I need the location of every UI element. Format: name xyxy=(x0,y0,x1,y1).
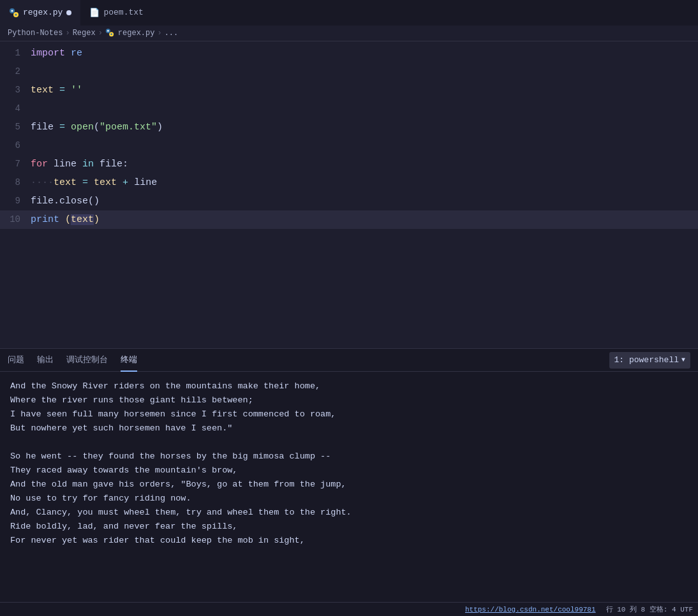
line-content-3: text = '' xyxy=(31,82,698,99)
terminal-tab-problems[interactable]: 问题 xyxy=(8,349,24,372)
tab-poem-txt[interactable]: 📄 poem.txt xyxy=(80,0,152,26)
terminal-panel: 问题 输出 调试控制台 终端 1: powershell ▼ And the S… xyxy=(0,348,698,616)
chevron-down-icon: ▼ xyxy=(681,356,685,363)
breadcrumb-item-1[interactable]: Python-Notes xyxy=(8,29,63,38)
terminal-tab-output[interactable]: 输出 xyxy=(37,349,54,372)
terminal-line-1: And the Snowy River riders on the mounta… xyxy=(10,379,688,393)
terminal-tab-problems-label: 问题 xyxy=(8,354,24,365)
breadcrumb-item-2[interactable]: Regex xyxy=(73,29,96,38)
line-number-1: 1 xyxy=(0,44,31,62)
code-line-8: 8 ····text = text + line xyxy=(0,173,698,192)
line-number-3: 3 xyxy=(0,81,31,99)
code-line-10: 10 print (text) xyxy=(0,210,698,229)
line-number-7: 7 xyxy=(0,155,31,173)
terminal-position: 行 10 列 8 空格: 4 UTF xyxy=(606,605,693,614)
code-line-6: 6 xyxy=(0,136,698,155)
line-number-4: 4 xyxy=(0,99,31,117)
code-line-1: 1 import re xyxy=(0,44,698,62)
terminal-line-5 xyxy=(10,436,688,450)
terminal-line-3: I have seen full many horsemen since I f… xyxy=(10,407,688,422)
svg-point-7 xyxy=(110,33,112,35)
terminal-status-bar: https://blog.csdn.net/cool99781 行 10 列 8… xyxy=(0,602,698,616)
line-content-5: file = open("poem.txt") xyxy=(31,119,698,136)
code-line-9: 9 file.close() xyxy=(0,192,698,210)
line-content-8: ····text = text + line xyxy=(31,174,698,192)
line-content-1: import re xyxy=(31,45,698,62)
shell-selector[interactable]: 1: powershell ▼ xyxy=(609,352,690,369)
terminal-line-2: Where the river runs those giant hills b… xyxy=(10,393,688,407)
python-icon xyxy=(9,8,19,18)
code-line-4: 4 xyxy=(0,99,698,118)
terminal-tab-output-label: 输出 xyxy=(37,354,54,365)
code-line-5: 5 file = open("poem.txt") xyxy=(0,118,698,136)
terminal-line-9: No use to try for fancy riding now. xyxy=(10,492,688,506)
line-number-5: 5 xyxy=(0,118,31,136)
svg-point-6 xyxy=(107,30,109,32)
terminal-line-7: They raced away towards the mountain's b… xyxy=(10,464,688,478)
line-number-9: 9 xyxy=(0,192,31,210)
breadcrumb-sep-1: › xyxy=(65,29,70,38)
terminal-line-8: And the old man gave his orders, "Boys, … xyxy=(10,478,688,492)
terminal-line-6: So he went -- they found the horses by t… xyxy=(10,450,688,464)
line-number-8: 8 xyxy=(0,173,31,191)
terminal-tab-debug-label: 调试控制台 xyxy=(66,354,108,365)
breadcrumb-sep-2: › xyxy=(98,29,103,38)
terminal-tab-debug[interactable]: 调试控制台 xyxy=(66,349,108,372)
line-content-9: file.close() xyxy=(31,193,698,210)
terminal-url[interactable]: https://blog.csdn.net/cool99781 xyxy=(465,606,596,613)
terminal-line-10: And, Clancy, you must wheel them, try an… xyxy=(10,506,688,520)
tab-regex-py[interactable]: regex.py xyxy=(0,0,80,26)
shell-selector-label: 1: powershell xyxy=(614,355,679,365)
terminal-tab-bar: 问题 输出 调试控制台 终端 1: powershell ▼ xyxy=(0,349,698,372)
terminal-line-4: But nowhere yet such horsemen have I see… xyxy=(10,422,688,436)
file-icon: 📄 xyxy=(89,8,100,18)
breadcrumb: Python-Notes › Regex › regex.py › ... xyxy=(0,26,698,41)
code-line-3: 3 text = '' xyxy=(0,81,698,99)
code-line-2: 2 xyxy=(0,62,698,81)
line-number-6: 6 xyxy=(0,136,31,154)
line-content-7: for line in file: xyxy=(31,156,698,173)
line-content-6 xyxy=(31,137,698,155)
line-content-10: print (text) xyxy=(31,211,698,229)
line-number-2: 2 xyxy=(0,62,31,80)
breadcrumb-sep-3: › xyxy=(157,29,161,38)
breadcrumb-python-icon xyxy=(105,28,115,38)
tab-bar: regex.py 📄 poem.txt xyxy=(0,0,698,26)
svg-point-2 xyxy=(11,10,13,11)
svg-point-3 xyxy=(15,13,17,15)
line-content-2 xyxy=(31,63,698,81)
tab-regex-label: regex.py xyxy=(23,8,63,17)
line-number-10: 10 xyxy=(0,210,31,228)
breadcrumb-item-4[interactable]: ... xyxy=(165,29,179,38)
code-line-7: 7 for line in file: xyxy=(0,155,698,173)
breadcrumb-item-3[interactable]: regex.py xyxy=(118,29,155,38)
terminal-tab-right: 1: powershell ▼ xyxy=(609,352,690,369)
code-editor[interactable]: 1 import re 2 3 text = '' 4 5 file = ope… xyxy=(0,41,698,348)
terminal-line-11: Ride boldly, lad, and never fear the spi… xyxy=(10,520,688,534)
tab-modified-dot xyxy=(66,10,71,15)
code-area[interactable]: 1 import re 2 3 text = '' 4 5 file = ope… xyxy=(0,41,698,348)
terminal-tab-terminal-label: 终端 xyxy=(121,354,137,365)
terminal-line-12: For never yet was rider that could keep … xyxy=(10,534,688,548)
terminal-tab-terminal[interactable]: 终端 xyxy=(121,349,137,372)
line-content-4 xyxy=(31,100,698,118)
tab-poem-label: poem.txt xyxy=(103,8,143,17)
terminal-output[interactable]: And the Snowy River riders on the mounta… xyxy=(0,372,698,602)
